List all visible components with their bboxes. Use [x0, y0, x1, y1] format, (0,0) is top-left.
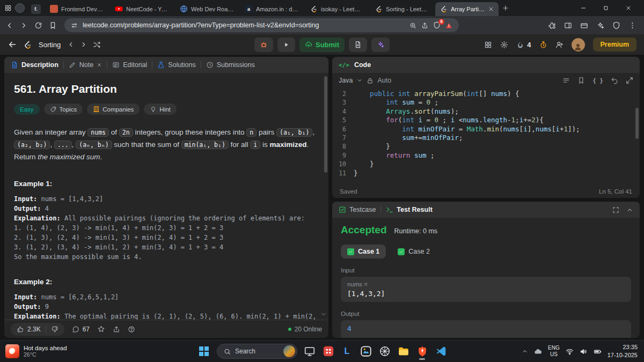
cloud-icon[interactable] — [534, 348, 542, 356]
pinned-tab[interactable]: f. — [28, 2, 44, 16]
favorite-button[interactable] — [97, 325, 105, 333]
browser-tab[interactable]: Array Partition - L — [435, 2, 499, 16]
letter-l-app-icon[interactable]: L — [339, 343, 355, 360]
premium-button[interactable]: Premium — [593, 38, 637, 51]
input-box[interactable]: nums = [1,4,3,2] — [341, 277, 631, 302]
run-button[interactable] — [277, 38, 295, 52]
undo-icon[interactable] — [611, 77, 618, 84]
note-close-icon[interactable] — [97, 62, 102, 68]
browser-tab[interactable]: NeetCode - YouTube — [111, 2, 174, 16]
close-button[interactable] — [617, 0, 640, 16]
browser-tab[interactable]: Sorting - LeetCode — [370, 2, 434, 16]
minimize-button[interactable] — [572, 0, 595, 16]
invite-icon[interactable] — [555, 41, 564, 49]
scroll-down-icon[interactable] — [320, 311, 327, 317]
language-select[interactable]: Java — [339, 77, 353, 84]
tab-solutions[interactable]: Solutions — [157, 61, 195, 69]
volume-icon[interactable] — [580, 348, 588, 356]
adblock-icon[interactable] — [612, 21, 620, 29]
case-tab[interactable]: Case 1 — [341, 245, 386, 258]
daily-streak[interactable]: 4 — [516, 41, 531, 49]
menu-icon[interactable] — [628, 21, 636, 29]
refresh-icon[interactable] — [34, 21, 42, 29]
editor-scrollbar[interactable] — [635, 108, 639, 139]
code-editor[interactable]: 2 public int arrayPairSum(int[] nums) {3… — [332, 88, 640, 185]
zoom-icon[interactable] — [409, 22, 416, 29]
back-to-list-icon[interactable] — [8, 40, 17, 49]
forward-icon[interactable] — [20, 21, 28, 29]
browser-tab[interactable]: isokay - LeetCode Prol — [305, 2, 369, 16]
case-tab[interactable]: Case 2 — [391, 245, 436, 258]
ai-helper-button[interactable] — [371, 38, 390, 52]
tab-test-result[interactable]: Test Result — [386, 206, 432, 213]
monitor-app-icon[interactable] — [301, 343, 318, 360]
tab-search-icon[interactable] — [4, 4, 12, 12]
badge-hint[interactable]: Hint — [144, 104, 176, 115]
description-scrollbar[interactable] — [324, 76, 327, 173]
settings-gear-icon[interactable] — [500, 41, 508, 49]
tab-editorial[interactable]: Editorial — [112, 61, 147, 69]
tab-note[interactable]: Note — [69, 61, 102, 69]
shields-button[interactable]: 5 — [433, 21, 441, 29]
avatar[interactable] — [572, 38, 585, 51]
maximize-button[interactable] — [595, 0, 617, 16]
prev-problem-icon[interactable] — [67, 41, 75, 48]
extensions-icon[interactable] — [548, 21, 556, 29]
radial-app-icon[interactable] — [376, 343, 393, 360]
random-problem-icon[interactable] — [93, 41, 101, 49]
debug-button[interactable] — [254, 38, 273, 52]
weather-widget[interactable]: Hot days ahead 26°C — [0, 344, 67, 358]
bookmarks-icon[interactable] — [49, 21, 57, 29]
leetcode-logo[interactable] — [23, 40, 32, 49]
timer-icon[interactable] — [539, 41, 547, 49]
auto-save-label[interactable]: Auto — [377, 77, 391, 84]
language-indicator[interactable]: ENG US — [548, 345, 560, 358]
tab-submissions[interactable]: Submissions — [206, 61, 255, 69]
problem-list-name[interactable]: Sorting — [39, 41, 61, 49]
clock[interactable]: 23:35 17-10-2025 — [608, 343, 638, 359]
file-explorer-icon[interactable] — [395, 343, 412, 360]
back-icon[interactable] — [5, 21, 13, 29]
comments-button[interactable]: 67 — [72, 326, 90, 333]
hidden-icons-chevron[interactable] — [522, 348, 528, 354]
warning-icon[interactable] — [445, 22, 452, 29]
dislike-button[interactable] — [51, 326, 58, 333]
share-icon[interactable] — [421, 22, 428, 29]
expand-icon[interactable] — [626, 77, 633, 84]
url-bar[interactable]: leetcode.com/problems/array-partition/?e… — [64, 18, 459, 32]
battery-icon[interactable] — [594, 348, 602, 356]
badge-easy[interactable]: Easy — [14, 104, 40, 115]
brave-icon[interactable] — [414, 343, 430, 360]
wifi-icon[interactable] — [566, 348, 574, 356]
submit-button[interactable]: Submit — [299, 38, 345, 52]
browser-tab[interactable]: Web Dev Roadmap 20 — [175, 2, 239, 16]
start-button[interactable] — [195, 342, 213, 360]
braces-icon[interactable]: { } — [592, 77, 603, 84]
site-settings-icon[interactable] — [71, 22, 78, 29]
vscode-icon[interactable] — [433, 343, 449, 360]
new-tab-icon[interactable] — [502, 4, 509, 12]
like-button[interactable]: 2.3K — [17, 326, 41, 333]
browser-profile-icon[interactable] — [15, 3, 25, 13]
fullscreen-icon[interactable] — [612, 206, 619, 213]
layout-icon[interactable] — [484, 41, 492, 49]
bookmark-icon[interactable] — [577, 77, 585, 84]
ai-assistant-icon[interactable] — [596, 21, 604, 29]
next-problem-icon[interactable] — [80, 41, 87, 48]
share-problem-button[interactable] — [113, 326, 120, 333]
tab-description[interactable]: Description — [11, 61, 58, 69]
sidebar-icon[interactable] — [564, 21, 572, 29]
feedback-button[interactable] — [128, 326, 135, 333]
badge-topics[interactable]: Topics — [44, 104, 83, 115]
browser-tab[interactable]: aAmazon.in : drawing t — [240, 2, 304, 16]
format-icon[interactable] — [562, 77, 570, 84]
browser-tab[interactable]: Frontend Developer R — [46, 2, 109, 16]
tab-close-icon[interactable] — [488, 6, 494, 12]
notes-button[interactable] — [349, 38, 367, 52]
chevron-down-icon[interactable] — [356, 77, 363, 84]
taskbar-search[interactable]: Search — [217, 344, 297, 359]
wallet-icon[interactable] — [580, 21, 588, 29]
photos-app-icon[interactable] — [357, 343, 374, 360]
collapse-icon[interactable] — [626, 206, 633, 213]
tab-testcase[interactable]: Testcase — [339, 206, 376, 213]
